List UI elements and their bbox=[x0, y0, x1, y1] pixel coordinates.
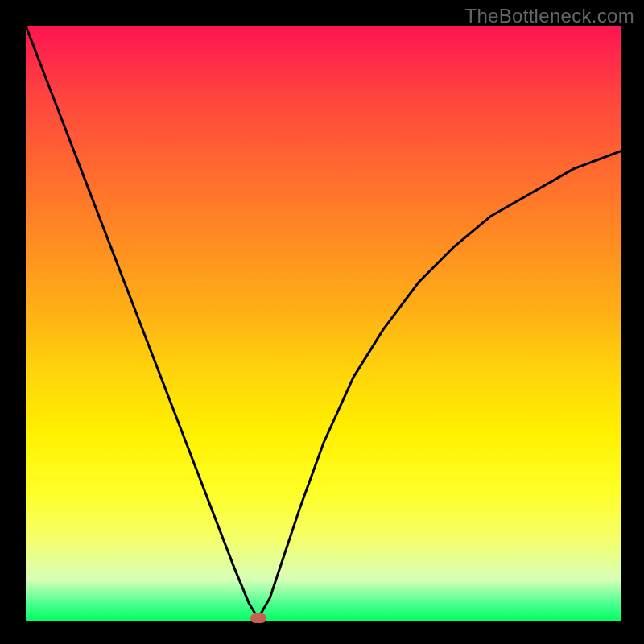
watermark-text: TheBottleneck.com bbox=[464, 5, 634, 27]
chart-container: TheBottleneck.com bbox=[0, 0, 644, 644]
chart-curve bbox=[26, 26, 621, 621]
minimum-marker bbox=[250, 613, 266, 623]
